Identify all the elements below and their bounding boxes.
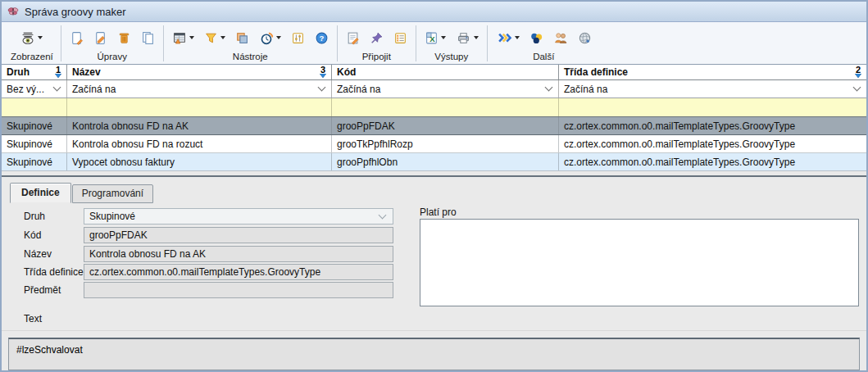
toolbar-group-label: Úpravy — [69, 49, 156, 61]
tab-definice[interactable]: Definice — [10, 183, 71, 203]
settings-sliders-button[interactable] — [290, 27, 306, 48]
field-label-nazev: Název — [24, 248, 52, 260]
table-row-selected[interactable]: Skupinové Kontrola obnosu FD na AK grooP… — [2, 117, 866, 135]
cell-trida: cz.ortex.common.o0.mailTemplateTypes.Gro… — [559, 135, 866, 152]
quick-entry-cell[interactable] — [559, 98, 866, 116]
app-window: Správa groovy maker Zobrazení — [0, 0, 868, 372]
detail-tabs: Definice Programování — [10, 183, 154, 203]
more-actions-button[interactable] — [495, 27, 520, 48]
filter-kod-combobox[interactable]: Začíná na — [332, 80, 559, 98]
sort-order-badge: 3 — [320, 66, 326, 78]
filter-druh-combobox[interactable]: Bez vý... — [2, 80, 67, 98]
chevron-down-icon — [545, 84, 553, 92]
toolbar-group-nastroje: ? Nástroje — [164, 23, 337, 64]
globe-button[interactable] — [577, 27, 593, 48]
toolbar-group-label: Zobrazení — [11, 49, 53, 61]
cell-kod: grooTkPpfhlRozp — [332, 135, 559, 152]
timer-refresh-button[interactable] — [258, 27, 282, 48]
users-button[interactable] — [552, 27, 569, 48]
sort-desc-icon — [55, 74, 61, 78]
druh-combobox[interactable]: Skupinové — [84, 208, 393, 225]
timer-refresh-icon — [259, 31, 274, 45]
cell-kod: grooPpfhlObn — [332, 153, 559, 170]
sort-order-badge: 1 — [55, 66, 61, 78]
delete-record-button[interactable] — [116, 27, 132, 48]
globe-icon — [578, 31, 592, 45]
spheres-icon — [529, 31, 543, 45]
toolbar-group-vystupy: X Výstupy — [416, 23, 487, 64]
pushpin-icon — [370, 31, 384, 45]
print-button[interactable] — [455, 27, 479, 48]
toolbar-group-label: Další — [495, 49, 593, 61]
table-row[interactable]: Skupinové Vypocet obnosu faktury grooPpf… — [2, 153, 866, 171]
excel-export-button[interactable]: X — [424, 27, 447, 48]
table-wizard-button[interactable] — [171, 27, 195, 48]
filter-value: Začíná na — [337, 84, 380, 95]
delete-record-icon — [117, 31, 131, 45]
column-header-nazev[interactable]: Název 3 — [67, 65, 332, 79]
predmet-field[interactable] — [84, 282, 393, 298]
excel-export-icon: X — [425, 31, 439, 45]
quick-entry-cell[interactable] — [332, 98, 559, 116]
view-menu-button[interactable] — [20, 27, 43, 48]
field-label-trida-definice: Třída definice — [24, 266, 84, 278]
nazev-field[interactable]: Kontrola obnosu FD na AK — [84, 246, 393, 262]
cell-trida: cz.ortex.common.o0.mailTemplateTypes.Gro… — [559, 117, 866, 134]
note-edit-button[interactable] — [345, 27, 361, 48]
script-text-area[interactable]: #lzeSchvalovat — [8, 338, 860, 370]
chevron-down-icon — [379, 211, 387, 219]
quick-entry-cell[interactable] — [2, 98, 67, 116]
copy-record-button[interactable] — [140, 27, 156, 48]
table-row[interactable]: Skupinové Kontrola obnosu FD na rozuct g… — [2, 135, 866, 153]
column-header-druh[interactable]: Druh 1 — [2, 65, 67, 79]
tab-programovani[interactable]: Programování — [72, 184, 153, 203]
spheres-button[interactable] — [529, 27, 544, 48]
quick-entry-cell[interactable] — [67, 98, 332, 116]
toolbar-group-pripojit: Připojit — [338, 23, 416, 64]
cell-nazev: Kontrola obnosu FD na AK — [67, 117, 332, 134]
form-divider — [2, 330, 866, 331]
sort-order-badge: 2 — [855, 66, 861, 78]
column-label: Kód — [337, 66, 356, 78]
cell-druh: Skupinové — [2, 135, 67, 152]
field-label-predmet: Předmět — [24, 284, 61, 296]
toolbar-group-zobrazeni: Zobrazení — [3, 23, 61, 64]
new-record-button[interactable] — [69, 27, 84, 48]
new-record-icon — [70, 31, 84, 45]
layers-button[interactable] — [234, 27, 250, 48]
chevron-down-icon — [515, 36, 520, 39]
settings-sliders-icon — [291, 31, 305, 45]
chevron-down-icon — [474, 36, 479, 39]
filter-button[interactable] — [203, 27, 226, 48]
table-wizard-icon — [172, 31, 187, 45]
plati-pro-list[interactable] — [420, 219, 859, 306]
trida-definice-field[interactable]: cz.ortex.common.o0.mailTemplateTypes.Gro… — [84, 264, 393, 280]
toolbar-group-dalsi: Další — [488, 23, 600, 64]
filter-trida-combobox[interactable]: Začíná na — [559, 80, 866, 98]
filter-nazev-combobox[interactable]: Začíná na — [67, 80, 332, 98]
view-eye-icon — [20, 31, 35, 45]
pushpin-button[interactable] — [369, 27, 384, 48]
checklist-button[interactable] — [393, 27, 408, 48]
layers-icon — [235, 31, 249, 45]
column-header-kod[interactable]: Kód — [332, 65, 559, 79]
edit-record-button[interactable] — [93, 27, 108, 48]
filter-value: Bez vý... — [7, 84, 44, 95]
filter-value: Začíná na — [72, 84, 116, 95]
cell-druh: Skupinové — [2, 117, 67, 134]
field-label-druh: Druh — [24, 211, 45, 222]
cell-trida: cz.ortex.common.o0.mailTemplateTypes.Gro… — [559, 153, 866, 170]
column-header-trida-definice[interactable]: Třída definice 2 — [559, 65, 866, 79]
help-icon: ? — [315, 31, 329, 45]
help-button[interactable]: ? — [314, 27, 329, 48]
column-label: Třída definice — [564, 66, 628, 78]
copy-record-icon — [141, 31, 155, 45]
detail-panel: Definice Programování Druh Skupinové Kód… — [2, 175, 866, 370]
column-label: Název — [72, 66, 101, 78]
printer-icon — [456, 31, 471, 45]
toolbar-group-label: Nástroje — [171, 49, 329, 61]
quick-entry-row[interactable] — [2, 98, 866, 117]
chevron-down-icon — [189, 36, 194, 39]
window-title: Správa groovy maker — [25, 6, 126, 18]
kod-field[interactable]: grooPpFDAK — [84, 227, 393, 243]
